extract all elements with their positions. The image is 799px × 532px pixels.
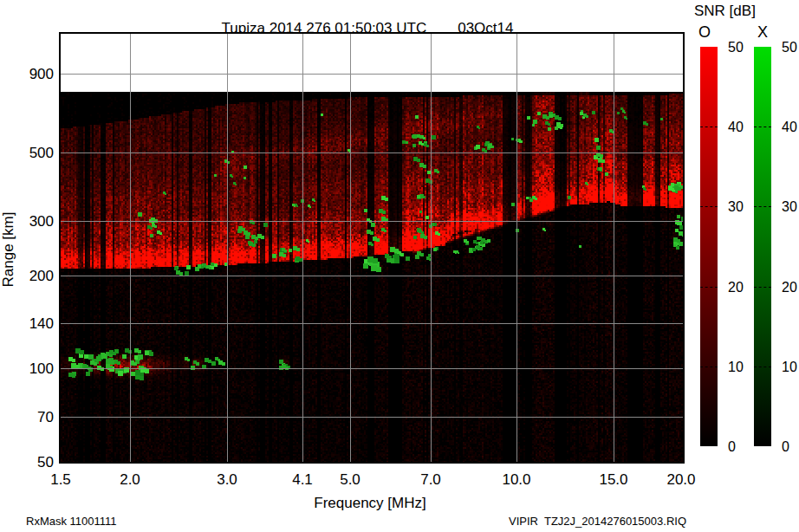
o-bar-dash-10 (700, 367, 718, 367)
o-bar-tick-50: 50 (728, 40, 744, 55)
ionogram-heatmap (61, 92, 683, 462)
o-bar-dash-20 (700, 287, 718, 288)
x-bar-tick-0: 0 (782, 439, 789, 455)
o-mode-header: O (698, 23, 711, 42)
y-tick-900: 900 (0, 66, 54, 83)
o-bar-dash-40 (700, 127, 718, 127)
x-tick-4.1: 4.1 (292, 471, 313, 489)
y-tick-500: 500 (0, 145, 54, 162)
plot-area (59, 32, 685, 464)
y-tick-200: 200 (0, 268, 54, 285)
x-tick-20.0: 20.0 (666, 471, 695, 489)
o-bar-tick-40: 40 (728, 120, 744, 135)
ionogram-viewer: Tupiza 2014 276 01:50:03 UTC03Oct14 Rang… (0, 0, 799, 532)
x-bar-dash-40 (754, 127, 771, 127)
file-annotation: VIPIR TZJ2J_2014276015003.RIQ (509, 515, 686, 528)
gridline-y-900 (61, 74, 683, 75)
x-axis-label: Frequency [MHz] (314, 495, 425, 512)
o-bar-tick-0: 0 (728, 439, 736, 455)
o-bar-tick-10: 10 (728, 360, 744, 375)
y-tick-100: 100 (0, 360, 54, 378)
x-bar-dash-20 (754, 287, 771, 288)
o-bar-tick-20: 20 (728, 280, 744, 295)
o-mode-colorbar (700, 47, 718, 446)
x-tick-10.0: 10.0 (502, 471, 530, 489)
x-mode-header: X (757, 23, 768, 42)
o-bar-tick-30: 30 (728, 199, 744, 215)
x-tick-15.0: 15.0 (599, 471, 627, 489)
x-bar-tick-50: 50 (782, 40, 797, 55)
x-tick-2.0: 2.0 (120, 471, 140, 489)
x-bar-dash-10 (754, 367, 771, 367)
x-bar-tick-40: 40 (782, 120, 797, 135)
x-tick-5.0: 5.0 (340, 471, 361, 489)
x-bar-dash-30 (754, 206, 771, 207)
y-tick-140: 140 (0, 315, 54, 333)
y-tick-70: 70 (0, 409, 54, 426)
x-tick-3.0: 3.0 (217, 471, 237, 489)
x-bar-tick-10: 10 (782, 360, 797, 375)
rxmask-annotation: RxMask 11001111 (26, 515, 117, 528)
snr-legend-title: SNR [dB] (694, 3, 756, 20)
y-tick-300: 300 (0, 213, 54, 230)
x-tick-1.5: 1.5 (50, 471, 71, 489)
x-bar-tick-20: 20 (782, 280, 797, 295)
x-bar-tick-30: 30 (782, 199, 797, 215)
x-tick-7.0: 7.0 (420, 471, 441, 489)
o-bar-dash-30 (700, 206, 718, 207)
y-tick-50: 50 (0, 454, 54, 471)
x-mode-colorbar (754, 47, 771, 446)
